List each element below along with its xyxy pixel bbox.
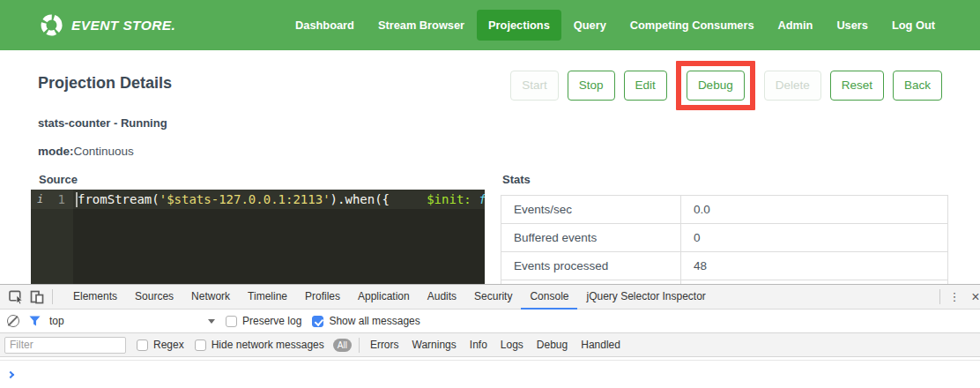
tab-sources[interactable]: Sources — [126, 285, 182, 310]
edit-button[interactable]: Edit — [624, 71, 667, 101]
mode-label: mode: — [38, 145, 74, 158]
nav-item-users[interactable]: Users — [825, 10, 880, 41]
eventstore-logo-icon — [40, 13, 63, 37]
eventstore-logo[interactable]: EVENT STORE. — [40, 13, 175, 37]
console-prompt[interactable] — [0, 360, 980, 380]
devtools-panel: Elements Sources Network Timeline Profil… — [0, 284, 980, 388]
stat-label: Buffered events — [501, 224, 681, 252]
devtools-close-icon[interactable]: × — [964, 289, 980, 305]
code-line-1: fromStream('$stats-127.0.0.1:2113').when… — [73, 190, 485, 209]
devtools-tabbar: Elements Sources Network Timeline Profil… — [0, 285, 980, 310]
page-title: Projection Details — [38, 74, 172, 93]
clear-console-icon[interactable] — [7, 315, 19, 327]
delete-button: Delete — [764, 71, 821, 101]
stat-label: Events processed — [501, 252, 681, 280]
stats-heading: Stats — [502, 173, 531, 186]
reset-button[interactable]: Reset — [830, 71, 884, 101]
stop-button[interactable]: Stop — [568, 71, 615, 101]
line-number: 1 — [58, 190, 65, 209]
tab-application[interactable]: Application — [349, 285, 419, 310]
tab-elements[interactable]: Elements — [64, 285, 126, 310]
code-token-function: fu — [471, 190, 485, 209]
show-all-messages-label: Show all messages — [329, 315, 419, 327]
debug-highlight-annotation: Debug — [676, 61, 755, 110]
editor-code-area[interactable]: fromStream('$stats-127.0.0.1:2113').when… — [73, 190, 485, 284]
code-whitespace — [390, 190, 427, 209]
nav-item-query[interactable]: Query — [562, 10, 618, 41]
divider — [52, 289, 53, 304]
filter-levels: Errors Warnings Info Logs Debug Handled — [370, 339, 620, 351]
source-heading: Source — [39, 173, 78, 186]
code-token-init: $init: — [427, 190, 471, 209]
annotation-info-icon: i — [37, 190, 43, 209]
devtools-menu-icon[interactable]: ⋮ — [945, 290, 964, 303]
hide-network-label: Hide network messages — [212, 339, 324, 351]
chevron-down-icon — [208, 319, 215, 324]
regex-checkbox-group[interactable]: Regex — [137, 339, 184, 351]
source-code-editor[interactable]: i 1 fromStream('$stats-127.0.0.1:2113').… — [31, 190, 485, 284]
show-all-messages-checkbox-group[interactable]: Show all messages — [312, 315, 419, 327]
code-token: fromStream( — [78, 190, 160, 209]
stat-value: 0 — [681, 224, 948, 252]
nav-menu: Dashboard Stream Browser Projections Que… — [284, 10, 947, 41]
tab-network[interactable]: Network — [182, 285, 239, 310]
brand-text: EVENT STORE. — [71, 18, 175, 34]
code-token: ).when({ — [330, 190, 390, 209]
nav-item-dashboard[interactable]: Dashboard — [284, 10, 366, 41]
nav-item-log-out[interactable]: Log Out — [880, 10, 947, 41]
filter-level-logs[interactable]: Logs — [501, 339, 523, 351]
tab-jquery-selector-inspector[interactable]: jQuery Selector Inspector — [577, 285, 714, 310]
filter-funnel-icon[interactable] — [29, 316, 41, 326]
projection-action-buttons: Start Stop Edit Debug Delete Reset Back — [510, 60, 942, 111]
filter-level-handled[interactable]: Handled — [581, 339, 620, 351]
nav-item-stream-browser[interactable]: Stream Browser — [367, 10, 476, 41]
divider — [939, 289, 940, 304]
nav-item-competing-consumers[interactable]: Competing Consumers — [619, 10, 766, 41]
device-toolbar-icon[interactable] — [26, 287, 48, 308]
top-navbar: EVENT STORE. Dashboard Stream Browser Pr… — [0, 0, 980, 50]
execution-context-selector[interactable]: top — [49, 315, 215, 327]
filter-level-info[interactable]: Info — [470, 339, 487, 351]
nav-item-projections[interactable]: Projections — [477, 10, 561, 41]
divider — [359, 338, 360, 353]
regex-label: Regex — [153, 339, 184, 351]
console-filterbar: Regex Hide network messages All Errors W… — [0, 333, 980, 357]
context-value: top — [49, 315, 64, 327]
tab-audits[interactable]: Audits — [419, 285, 465, 310]
filter-level-debug[interactable]: Debug — [537, 339, 568, 351]
console-toolbar: top Preserve log Show all messages — [0, 310, 980, 333]
stat-value: 48 — [681, 252, 948, 280]
projection-name-status: stats-counter - Running — [38, 116, 167, 130]
filter-level-warnings[interactable]: Warnings — [412, 339, 457, 351]
code-token-string: '$stats-127.0.0.1:2113' — [160, 190, 330, 209]
hide-network-checkbox[interactable] — [195, 340, 206, 351]
preserve-log-label: Preserve log — [242, 315, 301, 327]
mode-value: Continuous — [74, 145, 134, 158]
tab-security[interactable]: Security — [465, 285, 521, 310]
back-button[interactable]: Back — [893, 71, 942, 101]
preserve-log-checkbox-group[interactable]: Preserve log — [226, 315, 301, 327]
devtools-tabs: Elements Sources Network Timeline Profil… — [64, 285, 715, 310]
projection-mode: mode:Continuous — [38, 145, 134, 158]
regex-checkbox[interactable] — [137, 340, 148, 351]
filter-level-all-badge[interactable]: All — [333, 339, 352, 352]
stat-value: 0.0 — [681, 196, 948, 224]
start-button: Start — [510, 71, 559, 101]
devtools-window-controls: ⋮ × — [935, 289, 980, 305]
tab-console[interactable]: Console — [521, 285, 577, 310]
filter-level-errors[interactable]: Errors — [370, 339, 399, 351]
hide-network-checkbox-group[interactable]: Hide network messages — [195, 339, 324, 351]
preserve-log-checkbox[interactable] — [226, 316, 237, 327]
table-row: Buffered events 0 — [501, 224, 948, 252]
table-row: Events processed 48 — [501, 252, 948, 280]
debug-button[interactable]: Debug — [687, 71, 745, 101]
stat-label: Events/sec — [501, 196, 681, 224]
show-all-messages-checkbox[interactable] — [312, 316, 323, 327]
tab-timeline[interactable]: Timeline — [239, 285, 296, 310]
console-prompt-chevron-icon — [7, 371, 14, 378]
tab-profiles[interactable]: Profiles — [296, 285, 349, 310]
nav-item-admin[interactable]: Admin — [767, 10, 825, 41]
filter-input[interactable] — [4, 337, 126, 354]
inspect-element-icon[interactable] — [5, 287, 26, 308]
editor-gutter: i 1 — [31, 190, 73, 284]
